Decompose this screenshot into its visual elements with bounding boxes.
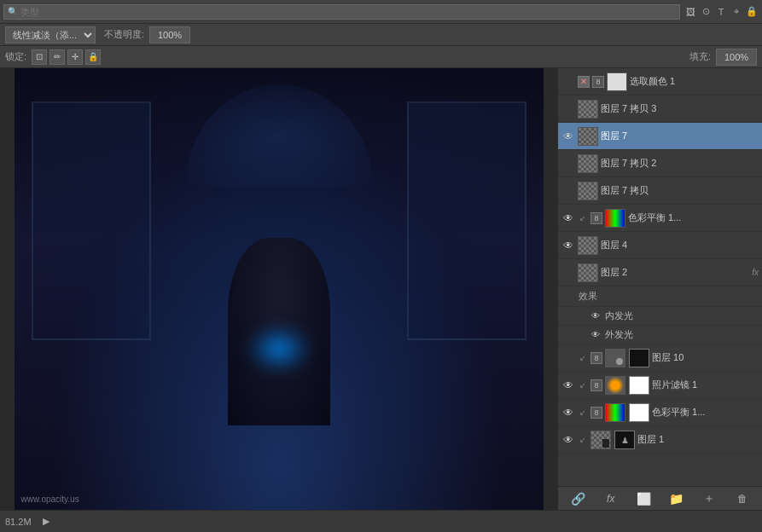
layer-item[interactable]: 👁 ↙ 8 照片滤镜 1 xyxy=(558,372,762,399)
layers-panel: ✕ 8 选取颜色 1 图层 7 拷贝 3 👁 图层 7 图层 xyxy=(557,68,762,510)
layer-thumb xyxy=(578,236,598,255)
outer-glow-item[interactable]: 👁 外发光 xyxy=(558,326,762,344)
status-bar: 81.2M ▶ xyxy=(0,510,762,532)
lock-all-btn[interactable]: 🔒 xyxy=(85,49,101,65)
watermark: www.opacity.us xyxy=(21,494,79,504)
lock-position-btn[interactable]: ⊡ xyxy=(32,49,47,65)
eye-icon[interactable] xyxy=(561,157,575,171)
eye-icon[interactable] xyxy=(561,266,575,280)
canvas-area[interactable]: www.opacity.us xyxy=(0,68,557,510)
layer-mask-thumb xyxy=(629,376,649,395)
chain-icon: ↙ xyxy=(578,406,588,419)
fx-badge: fx xyxy=(752,268,759,277)
new-layer-btn[interactable]: ＋ xyxy=(700,490,718,507)
layer-mask-thumb xyxy=(629,349,649,367)
window-top-center xyxy=(185,84,373,187)
fill-label: 填充: xyxy=(689,50,711,63)
layer-thumb xyxy=(578,182,598,200)
delete-btn[interactable]: 🗑 xyxy=(733,490,752,507)
eye-icon[interactable]: 👁 xyxy=(561,239,575,252)
shape-filter-icon[interactable]: ⌖ xyxy=(730,5,743,19)
layer-search-wrapper: 🔍 xyxy=(3,4,680,20)
layer-badge: 8 xyxy=(590,379,602,391)
lock-move-btn[interactable]: ✛ xyxy=(67,49,83,65)
layer-mask-thumb: ♟ xyxy=(614,431,635,449)
lock-label: 锁定: xyxy=(5,50,26,63)
chain-icon: ↙ xyxy=(578,211,588,225)
canvas-image: www.opacity.us xyxy=(15,68,544,510)
layers-bottom-toolbar: 🔗 fx ⬜ 📁 ＋ 🗑 xyxy=(558,486,762,510)
eye-icon[interactable] xyxy=(561,102,575,116)
layer-item[interactable]: 图层 2 fx xyxy=(558,259,762,286)
layer-mask-thumb xyxy=(629,403,649,422)
eye-icon[interactable] xyxy=(561,75,575,89)
layer-name: 色彩平衡 1... xyxy=(652,406,759,419)
play-btn[interactable]: ▶ xyxy=(37,513,55,530)
eye-icon[interactable] xyxy=(561,351,575,365)
layer-item[interactable]: 👁 ↙ ♟ 图层 1 xyxy=(558,426,762,454)
layer-badge: 8 xyxy=(590,407,602,419)
blend-mode-select[interactable]: 线性减淡（添... xyxy=(5,26,96,43)
opacity-label: 不透明度: xyxy=(104,28,144,41)
lock-filter-icon[interactable]: 🔒 xyxy=(745,5,759,19)
layer-item[interactable]: 👁 ↙ 8 色彩平衡 1... xyxy=(558,399,762,426)
adjust-filter-icon[interactable]: ⊙ xyxy=(699,5,713,19)
file-size: 81.2M xyxy=(5,517,32,527)
layer-name: 图层 4 xyxy=(601,239,759,252)
eye-icon[interactable]: 👁 xyxy=(589,328,602,342)
text-filter-icon[interactable]: T xyxy=(714,5,728,19)
layer-item[interactable]: 图层 7 拷贝 2 xyxy=(558,150,762,177)
layer-thumb xyxy=(605,209,625,228)
inner-glow-item[interactable]: 👁 内发光 xyxy=(558,307,762,326)
link-btn[interactable]: 🔗 xyxy=(568,490,587,507)
lock-icons: ⊡ ✏ ✛ 🔒 xyxy=(32,49,101,65)
layer-item[interactable]: 👁 图层 4 xyxy=(558,232,762,259)
image-filter-icon[interactable]: 🖼 xyxy=(683,5,697,19)
book-glow xyxy=(245,323,313,374)
eye-icon[interactable]: 👁 xyxy=(561,211,575,225)
layer-thumb xyxy=(605,403,625,422)
mask-btn[interactable]: ⬜ xyxy=(634,490,653,507)
lock-draw-btn[interactable]: ✏ xyxy=(49,49,65,65)
search-input[interactable] xyxy=(20,7,676,17)
layer-name: 外发光 xyxy=(605,328,759,341)
layer-name: 内发光 xyxy=(605,309,759,322)
main-area: www.opacity.us ✕ 8 选取颜色 1 图层 7 拷贝 3 xyxy=(0,68,762,510)
layer-thumb xyxy=(578,263,598,282)
layer-item[interactable]: 图层 7 拷贝 3 xyxy=(558,95,762,123)
eye-icon[interactable]: 👁 xyxy=(561,379,575,392)
eye-icon[interactable]: 👁 xyxy=(561,130,575,143)
layer-item[interactable]: 图层 7 拷贝 xyxy=(558,177,762,205)
layer-item[interactable]: 👁 ↙ 8 色彩平衡 1... xyxy=(558,205,762,232)
chain-icon: ↙ xyxy=(578,433,588,447)
eye-icon[interactable]: 👁 xyxy=(561,406,575,419)
layer-filter-icons: 🖼 ⊙ T ⌖ 🔒 xyxy=(683,5,759,19)
layer-thumb xyxy=(578,127,598,146)
layer-thumb xyxy=(605,376,625,395)
fill-input[interactable] xyxy=(716,49,757,66)
chain-icon: ↙ xyxy=(578,351,588,365)
opacity-input[interactable] xyxy=(149,26,190,43)
layer-item[interactable]: ↙ 8 图层 10 xyxy=(558,344,762,372)
group-btn[interactable]: 📁 xyxy=(667,490,686,507)
layer-name: 图层 7 拷贝 2 xyxy=(601,157,759,170)
layer-item-active[interactable]: 👁 图层 7 xyxy=(558,123,762,150)
layer-name: 图层 10 xyxy=(652,351,759,364)
layer-name: 图层 7 拷贝 xyxy=(601,184,759,197)
layer-name: 效果 xyxy=(579,290,759,303)
window-left xyxy=(32,101,151,340)
layer-name: 照片滤镜 1 xyxy=(652,379,759,391)
blend-mode-toolbar: 线性减淡（添... 不透明度: xyxy=(0,24,762,46)
layer-thumb xyxy=(605,349,625,367)
layer-item[interactable]: ✕ 8 选取颜色 1 xyxy=(558,68,762,95)
window-right xyxy=(407,101,526,340)
layers-list[interactable]: ✕ 8 选取颜色 1 图层 7 拷贝 3 👁 图层 7 图层 xyxy=(558,68,762,486)
eye-icon[interactable]: 👁 xyxy=(561,433,575,447)
eye-icon[interactable] xyxy=(561,184,575,198)
layer-badge: 8 xyxy=(590,212,602,224)
eye-icon[interactable]: 👁 xyxy=(589,309,602,323)
effect-group[interactable]: 效果 xyxy=(558,286,762,307)
top-toolbar: 🔍 🖼 ⊙ T ⌖ 🔒 xyxy=(0,0,762,24)
layer-name: 图层 2 xyxy=(601,266,749,279)
fx-btn[interactable]: fx xyxy=(602,490,620,507)
